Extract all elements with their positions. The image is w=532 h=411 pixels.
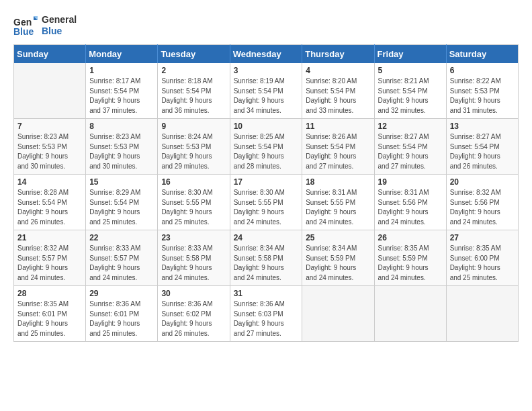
day-number: 6 bbox=[450, 66, 515, 75]
day-info: Sunrise: 8:34 AM Sunset: 5:58 PM Dayligh… bbox=[234, 244, 299, 283]
calendar-cell: 30Sunrise: 8:36 AM Sunset: 6:02 PM Dayli… bbox=[158, 286, 230, 342]
svg-text:Blue: Blue bbox=[13, 26, 34, 37]
day-info: Sunrise: 8:32 AM Sunset: 5:56 PM Dayligh… bbox=[450, 188, 515, 227]
day-info: Sunrise: 8:33 AM Sunset: 5:58 PM Dayligh… bbox=[161, 244, 226, 283]
day-number: 26 bbox=[378, 233, 443, 242]
calendar-cell: 3Sunrise: 8:19 AM Sunset: 5:54 PM Daylig… bbox=[230, 63, 302, 119]
day-number: 5 bbox=[378, 66, 443, 75]
calendar-cell: 14Sunrise: 8:28 AM Sunset: 5:54 PM Dayli… bbox=[14, 175, 86, 230]
calendar-cell: 5Sunrise: 8:21 AM Sunset: 5:54 PM Daylig… bbox=[374, 63, 446, 119]
calendar-cell: 24Sunrise: 8:34 AM Sunset: 5:58 PM Dayli… bbox=[230, 230, 302, 286]
calendar-cell: 28Sunrise: 8:35 AM Sunset: 6:01 PM Dayli… bbox=[14, 286, 86, 342]
day-number: 11 bbox=[306, 122, 370, 131]
calendar-cell: 29Sunrise: 8:36 AM Sunset: 6:01 PM Dayli… bbox=[86, 286, 158, 342]
day-number: 22 bbox=[89, 233, 154, 242]
day-info: Sunrise: 8:18 AM Sunset: 5:54 PM Dayligh… bbox=[161, 77, 226, 116]
calendar-cell: 12Sunrise: 8:27 AM Sunset: 5:54 PM Dayli… bbox=[374, 119, 446, 175]
calendar-cell: 17Sunrise: 8:30 AM Sunset: 5:55 PM Dayli… bbox=[230, 175, 302, 230]
day-number: 21 bbox=[17, 233, 82, 242]
day-number: 31 bbox=[234, 289, 299, 298]
weekday-header-friday: Friday bbox=[374, 45, 446, 64]
weekday-header-row: SundayMondayTuesdayWednesdayThursdayFrid… bbox=[14, 45, 519, 64]
calendar-cell: 9Sunrise: 8:24 AM Sunset: 5:53 PM Daylig… bbox=[158, 119, 230, 175]
weekday-header-sunday: Sunday bbox=[14, 45, 86, 64]
logo-text-line1: General bbox=[42, 14, 77, 26]
day-info: Sunrise: 8:31 AM Sunset: 5:56 PM Dayligh… bbox=[378, 188, 443, 227]
day-info: Sunrise: 8:35 AM Sunset: 6:01 PM Dayligh… bbox=[17, 300, 82, 338]
calendar-cell: 2Sunrise: 8:18 AM Sunset: 5:54 PM Daylig… bbox=[158, 63, 230, 119]
day-info: Sunrise: 8:27 AM Sunset: 5:54 PM Dayligh… bbox=[450, 132, 515, 171]
calendar-cell bbox=[14, 63, 86, 119]
day-number: 30 bbox=[161, 289, 226, 298]
calendar-cell: 25Sunrise: 8:34 AM Sunset: 5:59 PM Dayli… bbox=[302, 230, 374, 286]
calendar-table: SundayMondayTuesdayWednesdayThursdayFrid… bbox=[13, 44, 519, 342]
calendar-cell: 10Sunrise: 8:25 AM Sunset: 5:54 PM Dayli… bbox=[230, 119, 302, 175]
day-info: Sunrise: 8:32 AM Sunset: 5:57 PM Dayligh… bbox=[17, 244, 82, 283]
calendar-cell: 15Sunrise: 8:29 AM Sunset: 5:54 PM Dayli… bbox=[86, 175, 158, 230]
day-number: 28 bbox=[17, 289, 82, 298]
day-info: Sunrise: 8:26 AM Sunset: 5:54 PM Dayligh… bbox=[306, 132, 370, 171]
day-info: Sunrise: 8:35 AM Sunset: 6:00 PM Dayligh… bbox=[450, 244, 515, 283]
day-number: 16 bbox=[161, 177, 226, 187]
day-number: 1 bbox=[89, 66, 154, 75]
calendar-cell: 8Sunrise: 8:23 AM Sunset: 5:53 PM Daylig… bbox=[86, 119, 158, 175]
calendar-cell bbox=[446, 286, 518, 342]
calendar-cell bbox=[374, 286, 446, 342]
day-info: Sunrise: 8:36 AM Sunset: 6:01 PM Dayligh… bbox=[89, 300, 154, 338]
day-info: Sunrise: 8:19 AM Sunset: 5:54 PM Dayligh… bbox=[234, 77, 299, 116]
day-info: Sunrise: 8:36 AM Sunset: 6:02 PM Dayligh… bbox=[161, 300, 226, 338]
day-info: Sunrise: 8:33 AM Sunset: 5:57 PM Dayligh… bbox=[89, 244, 154, 283]
day-number: 24 bbox=[234, 233, 299, 242]
day-info: Sunrise: 8:23 AM Sunset: 5:53 PM Dayligh… bbox=[89, 132, 154, 171]
calendar-cell: 7Sunrise: 8:23 AM Sunset: 5:53 PM Daylig… bbox=[14, 119, 86, 175]
day-number: 14 bbox=[17, 177, 82, 187]
weekday-header-saturday: Saturday bbox=[446, 45, 518, 64]
day-number: 7 bbox=[17, 122, 82, 131]
day-number: 13 bbox=[450, 122, 515, 131]
day-number: 25 bbox=[306, 233, 370, 242]
day-info: Sunrise: 8:30 AM Sunset: 5:55 PM Dayligh… bbox=[234, 188, 299, 227]
day-info: Sunrise: 8:34 AM Sunset: 5:59 PM Dayligh… bbox=[306, 244, 370, 283]
day-number: 15 bbox=[89, 177, 154, 187]
weekday-header-wednesday: Wednesday bbox=[230, 45, 302, 64]
day-info: Sunrise: 8:29 AM Sunset: 5:54 PM Dayligh… bbox=[89, 188, 154, 227]
day-number: 4 bbox=[306, 66, 370, 75]
day-number: 18 bbox=[306, 177, 370, 187]
day-info: Sunrise: 8:22 AM Sunset: 5:53 PM Dayligh… bbox=[450, 77, 515, 116]
day-number: 27 bbox=[450, 233, 515, 242]
calendar-cell: 4Sunrise: 8:20 AM Sunset: 5:54 PM Daylig… bbox=[302, 63, 374, 119]
day-number: 17 bbox=[234, 177, 299, 187]
day-info: Sunrise: 8:23 AM Sunset: 5:53 PM Dayligh… bbox=[17, 132, 82, 171]
day-number: 10 bbox=[234, 122, 299, 131]
day-number: 29 bbox=[89, 289, 154, 298]
day-number: 12 bbox=[378, 122, 443, 131]
day-info: Sunrise: 8:28 AM Sunset: 5:54 PM Dayligh… bbox=[17, 188, 82, 227]
calendar-cell: 21Sunrise: 8:32 AM Sunset: 5:57 PM Dayli… bbox=[14, 230, 86, 286]
day-info: Sunrise: 8:36 AM Sunset: 6:03 PM Dayligh… bbox=[234, 300, 299, 338]
day-info: Sunrise: 8:27 AM Sunset: 5:54 PM Dayligh… bbox=[378, 132, 443, 171]
calendar-week-row: 21Sunrise: 8:32 AM Sunset: 5:57 PM Dayli… bbox=[14, 230, 519, 286]
calendar-week-row: 7Sunrise: 8:23 AM Sunset: 5:53 PM Daylig… bbox=[14, 119, 519, 175]
calendar-cell: 23Sunrise: 8:33 AM Sunset: 5:58 PM Dayli… bbox=[158, 230, 230, 286]
weekday-header-monday: Monday bbox=[86, 45, 158, 64]
day-info: Sunrise: 8:20 AM Sunset: 5:54 PM Dayligh… bbox=[306, 77, 370, 116]
calendar-cell bbox=[302, 286, 374, 342]
day-number: 20 bbox=[450, 177, 515, 187]
calendar-week-row: 1Sunrise: 8:17 AM Sunset: 5:54 PM Daylig… bbox=[14, 63, 519, 119]
logo-bird-icon: Gen Blue bbox=[13, 13, 38, 38]
calendar-cell: 27Sunrise: 8:35 AM Sunset: 6:00 PM Dayli… bbox=[446, 230, 518, 286]
day-info: Sunrise: 8:31 AM Sunset: 5:55 PM Dayligh… bbox=[306, 188, 370, 227]
calendar-week-row: 14Sunrise: 8:28 AM Sunset: 5:54 PM Dayli… bbox=[14, 175, 519, 230]
calendar-cell: 11Sunrise: 8:26 AM Sunset: 5:54 PM Dayli… bbox=[302, 119, 374, 175]
logo: Gen Blue General Blue bbox=[13, 13, 77, 38]
calendar-cell: 13Sunrise: 8:27 AM Sunset: 5:54 PM Dayli… bbox=[446, 119, 518, 175]
day-number: 3 bbox=[234, 66, 299, 75]
calendar-cell: 18Sunrise: 8:31 AM Sunset: 5:55 PM Dayli… bbox=[302, 175, 374, 230]
calendar-cell: 1Sunrise: 8:17 AM Sunset: 5:54 PM Daylig… bbox=[86, 63, 158, 119]
day-info: Sunrise: 8:25 AM Sunset: 5:54 PM Dayligh… bbox=[234, 132, 299, 171]
day-info: Sunrise: 8:21 AM Sunset: 5:54 PM Dayligh… bbox=[378, 77, 443, 116]
calendar-cell: 16Sunrise: 8:30 AM Sunset: 5:55 PM Dayli… bbox=[158, 175, 230, 230]
day-number: 23 bbox=[161, 233, 226, 242]
weekday-header-tuesday: Tuesday bbox=[158, 45, 230, 64]
day-info: Sunrise: 8:35 AM Sunset: 5:59 PM Dayligh… bbox=[378, 244, 443, 283]
